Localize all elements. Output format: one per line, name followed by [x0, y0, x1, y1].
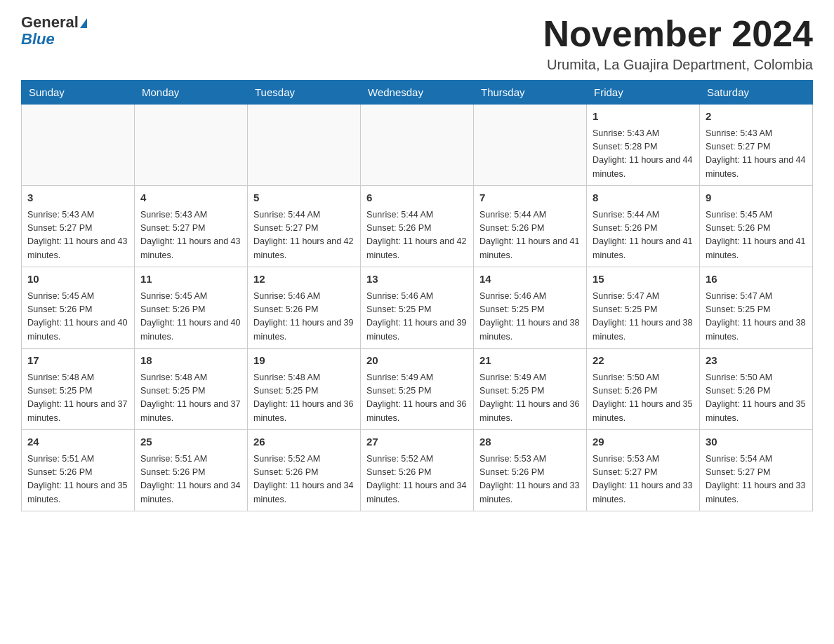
- page-header: General Blue November 2024 Urumita, La G…: [21, 14, 813, 73]
- col-tuesday: Tuesday: [248, 81, 361, 105]
- calendar-cell: 1Sunrise: 5:43 AMSunset: 5:28 PMDaylight…: [587, 105, 700, 186]
- day-number: 6: [366, 190, 468, 206]
- day-number: 15: [593, 271, 694, 288]
- calendar-cell: 11Sunrise: 5:45 AMSunset: 5:26 PMDayligh…: [135, 267, 248, 349]
- day-number: 22: [593, 353, 694, 369]
- day-number: 29: [593, 434, 694, 450]
- calendar-cell: 8Sunrise: 5:44 AMSunset: 5:26 PMDaylight…: [587, 186, 700, 267]
- day-info: Sunrise: 5:47 AMSunset: 5:25 PMDaylight:…: [706, 290, 807, 344]
- day-info: Sunrise: 5:44 AMSunset: 5:26 PMDaylight:…: [593, 208, 694, 263]
- day-info: Sunrise: 5:43 AMSunset: 5:28 PMDaylight:…: [593, 127, 694, 182]
- calendar-cell: 30Sunrise: 5:54 AMSunset: 5:27 PMDayligh…: [700, 430, 813, 511]
- day-info: Sunrise: 5:52 AMSunset: 5:26 PMDaylight:…: [366, 452, 468, 507]
- day-info: Sunrise: 5:51 AMSunset: 5:26 PMDaylight:…: [27, 452, 128, 507]
- calendar-cell: 6Sunrise: 5:44 AMSunset: 5:26 PMDaylight…: [361, 186, 474, 267]
- day-info: Sunrise: 5:44 AMSunset: 5:26 PMDaylight:…: [479, 208, 581, 263]
- day-info: Sunrise: 5:45 AMSunset: 5:26 PMDaylight:…: [706, 208, 807, 263]
- day-info: Sunrise: 5:48 AMSunset: 5:25 PMDaylight:…: [253, 371, 355, 426]
- col-sunday: Sunday: [22, 81, 135, 105]
- day-number: 11: [140, 271, 241, 288]
- day-number: 1: [593, 109, 694, 125]
- calendar-table: Sunday Monday Tuesday Wednesday Thursday…: [21, 80, 813, 511]
- col-thursday: Thursday: [474, 81, 587, 105]
- day-info: Sunrise: 5:53 AMSunset: 5:27 PMDaylight:…: [593, 452, 694, 507]
- day-number: 20: [366, 353, 468, 369]
- calendar-body: 1Sunrise: 5:43 AMSunset: 5:28 PMDaylight…: [22, 105, 813, 511]
- day-number: 10: [27, 271, 128, 288]
- calendar-subtitle: Urumita, La Guajira Department, Colombia: [543, 57, 813, 73]
- day-info: Sunrise: 5:50 AMSunset: 5:26 PMDaylight:…: [706, 371, 807, 426]
- logo-blue: Blue: [21, 31, 55, 48]
- col-monday: Monday: [135, 81, 248, 105]
- col-wednesday: Wednesday: [361, 81, 474, 105]
- day-number: 18: [140, 353, 241, 369]
- day-info: Sunrise: 5:43 AMSunset: 5:27 PMDaylight:…: [27, 208, 128, 263]
- day-number: 8: [593, 190, 694, 206]
- calendar-cell: 7Sunrise: 5:44 AMSunset: 5:26 PMDaylight…: [474, 186, 587, 267]
- calendar-cell: 26Sunrise: 5:52 AMSunset: 5:26 PMDayligh…: [248, 430, 361, 511]
- day-info: Sunrise: 5:54 AMSunset: 5:27 PMDaylight:…: [706, 452, 807, 507]
- col-saturday: Saturday: [700, 81, 813, 105]
- calendar-cell: 9Sunrise: 5:45 AMSunset: 5:26 PMDaylight…: [700, 186, 813, 267]
- day-number: 28: [479, 434, 581, 450]
- calendar-cell: [135, 105, 248, 186]
- day-info: Sunrise: 5:44 AMSunset: 5:27 PMDaylight:…: [253, 208, 355, 263]
- day-number: 4: [140, 190, 241, 206]
- calendar-title: November 2024: [543, 14, 813, 54]
- calendar-cell: 28Sunrise: 5:53 AMSunset: 5:26 PMDayligh…: [474, 430, 587, 511]
- day-number: 21: [479, 353, 581, 369]
- calendar-cell: 29Sunrise: 5:53 AMSunset: 5:27 PMDayligh…: [587, 430, 700, 511]
- day-number: 5: [253, 190, 355, 206]
- day-info: Sunrise: 5:50 AMSunset: 5:26 PMDaylight:…: [593, 371, 694, 426]
- calendar-cell: 14Sunrise: 5:46 AMSunset: 5:25 PMDayligh…: [474, 267, 587, 349]
- day-info: Sunrise: 5:48 AMSunset: 5:25 PMDaylight:…: [140, 371, 241, 426]
- day-number: 27: [366, 434, 468, 450]
- day-info: Sunrise: 5:49 AMSunset: 5:25 PMDaylight:…: [479, 371, 581, 426]
- calendar-cell: 4Sunrise: 5:43 AMSunset: 5:27 PMDaylight…: [135, 186, 248, 267]
- calendar-cell: 17Sunrise: 5:48 AMSunset: 5:25 PMDayligh…: [22, 349, 135, 430]
- day-number: 7: [479, 190, 581, 206]
- logo-text: General: [21, 14, 87, 31]
- day-info: Sunrise: 5:46 AMSunset: 5:25 PMDaylight:…: [366, 290, 468, 344]
- day-info: Sunrise: 5:44 AMSunset: 5:26 PMDaylight:…: [366, 208, 468, 263]
- day-number: 14: [479, 271, 581, 288]
- calendar-cell: [474, 105, 587, 186]
- calendar-cell: 21Sunrise: 5:49 AMSunset: 5:25 PMDayligh…: [474, 349, 587, 430]
- col-friday: Friday: [587, 81, 700, 105]
- day-info: Sunrise: 5:43 AMSunset: 5:27 PMDaylight:…: [140, 208, 241, 263]
- day-info: Sunrise: 5:53 AMSunset: 5:26 PMDaylight:…: [479, 452, 581, 507]
- day-number: 24: [27, 434, 128, 450]
- day-number: 30: [706, 434, 807, 450]
- day-info: Sunrise: 5:48 AMSunset: 5:25 PMDaylight:…: [27, 371, 128, 426]
- calendar-cell: 23Sunrise: 5:50 AMSunset: 5:26 PMDayligh…: [700, 349, 813, 430]
- day-info: Sunrise: 5:45 AMSunset: 5:26 PMDaylight:…: [140, 290, 241, 344]
- day-number: 25: [140, 434, 241, 450]
- day-info: Sunrise: 5:47 AMSunset: 5:25 PMDaylight:…: [593, 290, 694, 344]
- calendar-cell: 25Sunrise: 5:51 AMSunset: 5:26 PMDayligh…: [135, 430, 248, 511]
- calendar-cell: 10Sunrise: 5:45 AMSunset: 5:26 PMDayligh…: [22, 267, 135, 349]
- day-number: 9: [706, 190, 807, 206]
- calendar-cell: [22, 105, 135, 186]
- calendar-cell: 3Sunrise: 5:43 AMSunset: 5:27 PMDaylight…: [22, 186, 135, 267]
- calendar-cell: 19Sunrise: 5:48 AMSunset: 5:25 PMDayligh…: [248, 349, 361, 430]
- calendar-cell: 15Sunrise: 5:47 AMSunset: 5:25 PMDayligh…: [587, 267, 700, 349]
- day-number: 12: [253, 271, 355, 288]
- day-info: Sunrise: 5:45 AMSunset: 5:26 PMDaylight:…: [27, 290, 128, 344]
- day-info: Sunrise: 5:46 AMSunset: 5:26 PMDaylight:…: [253, 290, 355, 344]
- day-info: Sunrise: 5:51 AMSunset: 5:26 PMDaylight:…: [140, 452, 241, 507]
- calendar-cell: 27Sunrise: 5:52 AMSunset: 5:26 PMDayligh…: [361, 430, 474, 511]
- day-number: 23: [706, 353, 807, 369]
- day-info: Sunrise: 5:46 AMSunset: 5:25 PMDaylight:…: [479, 290, 581, 344]
- day-info: Sunrise: 5:43 AMSunset: 5:27 PMDaylight:…: [706, 127, 807, 182]
- calendar-cell: 5Sunrise: 5:44 AMSunset: 5:27 PMDaylight…: [248, 186, 361, 267]
- day-number: 26: [253, 434, 355, 450]
- title-area: November 2024 Urumita, La Guajira Depart…: [543, 14, 813, 73]
- day-info: Sunrise: 5:49 AMSunset: 5:25 PMDaylight:…: [366, 371, 468, 426]
- calendar-cell: [248, 105, 361, 186]
- day-number: 13: [366, 271, 468, 288]
- calendar-cell: 20Sunrise: 5:49 AMSunset: 5:25 PMDayligh…: [361, 349, 474, 430]
- day-number: 19: [253, 353, 355, 369]
- logo: General Blue: [21, 14, 87, 48]
- day-info: Sunrise: 5:52 AMSunset: 5:26 PMDaylight:…: [253, 452, 355, 507]
- calendar-cell: 22Sunrise: 5:50 AMSunset: 5:26 PMDayligh…: [587, 349, 700, 430]
